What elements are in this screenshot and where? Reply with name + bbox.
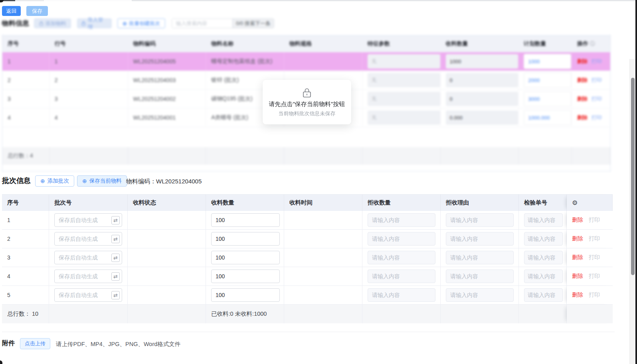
- print-link: 打印: [589, 273, 600, 280]
- cell-line: 4: [49, 108, 128, 127]
- receive-qty-input[interactable]: [211, 213, 280, 227]
- cell-seq: 1: [2, 211, 49, 229]
- regenerate-batch-icon[interactable]: ⇄: [111, 254, 120, 262]
- print-link: 打印: [589, 216, 600, 224]
- material-search: 0/0 搜索下一条: [172, 18, 274, 28]
- received-qty-input: 0: [446, 73, 518, 87]
- col-receive-status: 收料状态: [128, 195, 206, 211]
- planned-qty-input[interactable]: 1000: [524, 54, 571, 69]
- receive-qty-input[interactable]: [211, 251, 280, 264]
- save-button[interactable]: 保存: [26, 6, 48, 16]
- reject-reason-input: [446, 270, 514, 283]
- add-batch-label: 添加批次: [47, 177, 69, 185]
- scrollbar-thumb[interactable]: [631, 78, 635, 275]
- planned-qty-input[interactable]: 1000.000: [524, 110, 571, 125]
- batch-create-label: 批量创建批次: [129, 20, 160, 27]
- delete-link[interactable]: 删除: [572, 273, 583, 280]
- print-link[interactable]: 打印: [592, 77, 602, 84]
- col-reject-reason: 拒收理由: [441, 195, 519, 211]
- planned-qty-input[interactable]: 2000: [524, 73, 571, 88]
- cell-seq: 5: [2, 286, 49, 304]
- inspect-no-input: [524, 288, 563, 302]
- save-warning-dialog: 请先点击"保存当前物料"按钮 当前物料批次信息未保存: [263, 80, 351, 124]
- material-table-header: 序号 行号 物料编码 物料名称 物料规格 特征参数 收料数量 计划数量 操作ⓘ: [2, 35, 610, 52]
- inspect-no-input: [524, 232, 563, 246]
- table-empty-space: [2, 127, 610, 147]
- delete-link[interactable]: 删除: [577, 114, 588, 121]
- lock-icon: [302, 87, 312, 98]
- print-link[interactable]: 打印: [592, 58, 602, 65]
- delete-link[interactable]: 删除: [577, 95, 588, 102]
- table-bottom-border: [2, 332, 615, 332]
- batch-row: 3 ⇄ 删除打印: [2, 248, 613, 267]
- add-material-label: 添加物料: [46, 20, 66, 27]
- receive-qty-input[interactable]: [211, 232, 280, 246]
- material-row-selected[interactable]: 1 1 WL20251204005 螺母定制包装纸盒 (批次) 无 1000 1…: [2, 52, 610, 71]
- batch-table-header: 序号 批次号 收料状态 收料数量 收料时间 拒收数量 拒收理由 检验单号 ⚙: [2, 195, 613, 211]
- delete-link[interactable]: 删除: [572, 291, 583, 299]
- regenerate-batch-icon[interactable]: ⇄: [111, 235, 120, 243]
- col-param: 特征参数: [362, 35, 441, 52]
- batch-total-rows: 总行数： 10: [2, 305, 49, 323]
- search-input[interactable]: [172, 19, 232, 28]
- lock-icon: [39, 21, 44, 26]
- delete-link[interactable]: 删除: [572, 235, 583, 242]
- received-qty-input: 0: [446, 92, 518, 106]
- cell-seq: 4: [2, 267, 49, 285]
- col-seq: 序号: [2, 35, 49, 52]
- print-link[interactable]: 打印: [592, 114, 602, 121]
- search-next-button[interactable]: 0/0 搜索下一条: [232, 19, 274, 28]
- save-current-material-label: 保存当前物料: [89, 177, 122, 185]
- add-batch-button[interactable]: ⊕ 添加批次: [35, 175, 74, 187]
- lock-icon: [81, 21, 85, 26]
- cell-line: 2: [49, 71, 128, 89]
- cell-receive-status: [128, 267, 206, 285]
- delete-link[interactable]: 删除: [577, 58, 588, 65]
- reject-qty-input: [368, 232, 435, 246]
- browser-tab-strip: [44, 0, 132, 1]
- upload-button[interactable]: 点击上传: [20, 338, 50, 349]
- add-material-button: 添加物料: [34, 18, 71, 28]
- param-input: 无: [368, 54, 440, 69]
- plus-circle-icon: ⊕: [82, 178, 87, 184]
- back-button[interactable]: 返回: [2, 6, 21, 16]
- receive-qty-input[interactable]: [211, 270, 280, 283]
- cell-seq: 2: [2, 71, 49, 89]
- reject-reason-input: [446, 251, 514, 264]
- save-current-material-button[interactable]: ⊕ 保存当前物料: [77, 175, 127, 187]
- print-link: 打印: [589, 235, 600, 242]
- batch-create-button[interactable]: ⊕ 批量创建批次: [117, 18, 165, 28]
- cell-line: 3: [49, 90, 128, 108]
- delete-link[interactable]: 删除: [572, 254, 583, 261]
- delete-link[interactable]: 删除: [577, 77, 588, 84]
- regenerate-batch-icon[interactable]: ⇄: [111, 216, 120, 224]
- gear-icon[interactable]: ⚙: [572, 199, 578, 207]
- material-code-label: 物料编码：: [126, 178, 156, 185]
- receive-qty-input[interactable]: [211, 288, 280, 302]
- regenerate-batch-icon[interactable]: ⇄: [111, 272, 120, 281]
- delete-link[interactable]: 删除: [572, 216, 583, 224]
- browser-tab-strip: [132, 0, 637, 1]
- material-code: 物料编码：WL20251204005: [126, 178, 202, 185]
- plus-circle-icon: ⊕: [40, 178, 45, 184]
- cell-seq: 3: [2, 248, 49, 267]
- cell-receive-time: [284, 211, 362, 229]
- regenerate-batch-icon[interactable]: ⇄: [111, 291, 120, 299]
- planned-qty-input[interactable]: 3000: [524, 91, 571, 106]
- cell-seq: 3: [2, 90, 49, 108]
- dialog-subtitle: 当前物料批次信息未保存: [279, 110, 336, 117]
- plus-circle-icon: ⊕: [123, 21, 127, 26]
- cell-seq: 1: [2, 52, 49, 71]
- param-input: 无: [368, 92, 440, 106]
- reject-reason-input: [446, 232, 514, 246]
- batch-row: 5 ⇄ 删除打印: [2, 286, 613, 305]
- received-qty-input: 0.000: [446, 110, 518, 125]
- cell-spec: [284, 52, 362, 71]
- material-table-footer: 总行数：4: [2, 147, 610, 165]
- reject-qty-input: [368, 270, 435, 283]
- batch-table: 序号 批次号 收料状态 收料数量 收料时间 拒收数量 拒收理由 检验单号 ⚙ 1…: [2, 194, 613, 323]
- inspect-no-input: [524, 270, 563, 283]
- material-total-rows: 总行数：4: [2, 147, 49, 165]
- print-link[interactable]: 打印: [592, 95, 602, 102]
- received-summary: 已收料:0 未收料:1000: [206, 305, 284, 323]
